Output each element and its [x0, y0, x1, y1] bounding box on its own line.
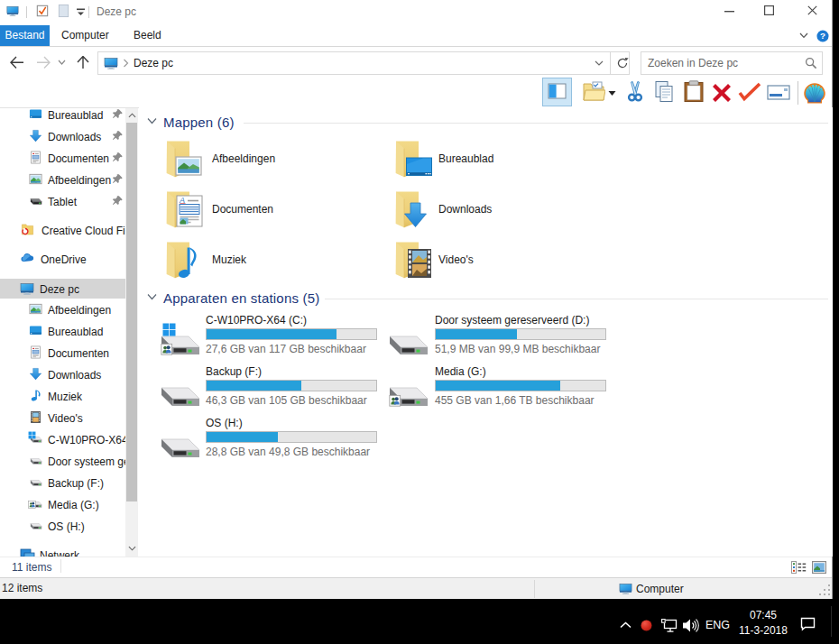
svg-text:?: ?: [820, 31, 825, 41]
